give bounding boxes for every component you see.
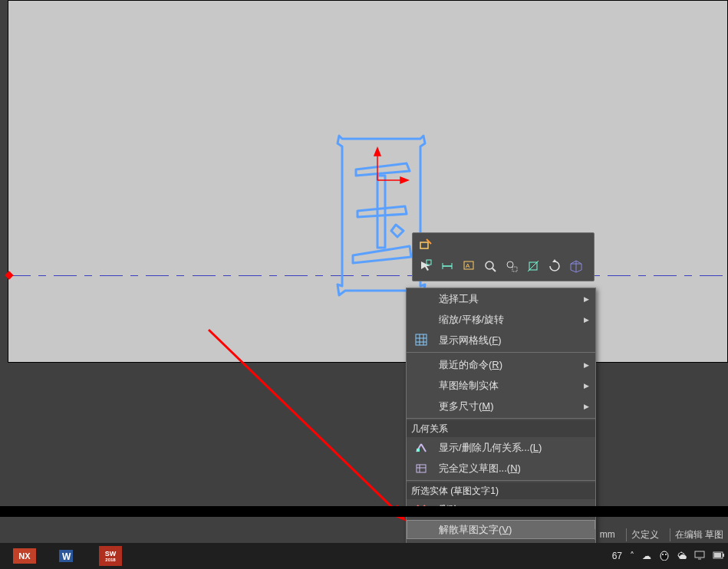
svg-point-35 (662, 554, 664, 555)
note-icon[interactable]: A (460, 258, 477, 275)
svg-rect-27 (417, 465, 426, 472)
select-other-icon[interactable] (417, 258, 434, 275)
svg-rect-16 (512, 267, 517, 271)
svg-rect-41 (714, 553, 721, 557)
isometric-icon[interactable] (568, 258, 585, 275)
menu-separator (407, 418, 595, 419)
menu-label: 显示/删除几何关系... (439, 441, 529, 455)
tray-value: 67 (612, 551, 622, 561)
menu-label: 完全定义草图... (439, 462, 507, 475)
system-tray: 67 ˄ ☁ 🌥 (612, 543, 725, 569)
exit-sketch-icon[interactable] (417, 236, 434, 253)
grid-icon (413, 331, 430, 348)
windows-taskbar: NX W SW2018 67 ˄ ☁ 🌥 (0, 543, 728, 569)
svg-rect-19 (416, 334, 427, 345)
svg-rect-37 (695, 551, 704, 557)
tray-chevron-up-icon[interactable]: ˄ (630, 551, 634, 561)
svg-rect-40 (723, 554, 724, 557)
origin-marker (5, 271, 13, 279)
dimension-icon[interactable] (439, 258, 456, 275)
menu-dissolve-sketch-text[interactable]: 解散草图文字 (V) (407, 520, 595, 539)
menu-hotkey: (R) (489, 359, 502, 370)
taskbar-word[interactable]: W (48, 544, 87, 567)
relations-icon (413, 439, 430, 456)
tray-qq-icon[interactable] (659, 550, 670, 563)
svg-line-14 (492, 268, 496, 271)
menu-hotkey: (N) (507, 462, 521, 474)
status-mode: 在编辑 草图 (670, 528, 728, 541)
menu-label: 最近的命令 (439, 358, 489, 372)
menu-hotkey: (F) (489, 334, 502, 346)
svg-rect-7 (427, 260, 431, 265)
tray-weather-icon[interactable]: 🌥 (677, 551, 687, 561)
menu-label: 显示网格线 (439, 334, 489, 347)
menu-separator (407, 480, 595, 481)
menu-header-relations: 几何关系 (407, 420, 595, 437)
menu-show-delete-relations[interactable]: 显示/删除几何关系... (L) (407, 437, 595, 458)
svg-text:W: W (62, 551, 71, 562)
status-unit: mm (595, 529, 620, 540)
context-mini-toolbar: A (412, 232, 595, 281)
tray-battery-icon[interactable] (713, 551, 725, 561)
menu-label: 更多尺寸 (439, 400, 479, 413)
zoom-area-icon[interactable] (503, 258, 520, 275)
menu-label: 选择工具 (439, 292, 479, 306)
menu-label: 缩放/平移/旋转 (439, 313, 504, 327)
menu-label: 草图绘制实体 (439, 379, 499, 393)
context-menu: 选择工具 缩放/平移/旋转 显示网格线 (F) 最近的命令(R) 草图绘制实体 … (406, 288, 596, 561)
taskbar-nx[interactable]: NX (5, 544, 44, 567)
taskbar-solidworks[interactable]: SW2018 (91, 544, 130, 567)
svg-rect-26 (417, 449, 420, 452)
normal-to-icon[interactable] (525, 258, 542, 275)
svg-rect-6 (420, 242, 428, 248)
svg-point-15 (507, 261, 513, 268)
menu-more-dimensions[interactable]: 更多尺寸(M) (407, 396, 595, 416)
svg-point-34 (660, 551, 668, 561)
menu-fully-define-sketch[interactable]: 完全定义草图... (N) (407, 458, 595, 479)
svg-line-25 (421, 444, 426, 452)
menu-header-selected-entity: 所选实体 (草图文字1) (407, 482, 595, 499)
svg-point-13 (486, 261, 493, 269)
sketch-viewport[interactable] (8, 0, 728, 363)
menu-sketch-entities[interactable]: 草图绘制实体 (407, 375, 595, 396)
zoom-fit-icon[interactable] (482, 258, 499, 275)
define-icon (413, 459, 430, 476)
menu-show-grid[interactable]: 显示网格线 (F) (407, 330, 595, 350)
menu-zoom-pan-rotate[interactable]: 缩放/平移/旋转 (407, 309, 595, 330)
rotate-view-icon[interactable] (546, 258, 563, 275)
tray-monitor-icon[interactable] (694, 551, 705, 562)
menu-recent-commands[interactable]: 最近的命令(R) (407, 354, 595, 375)
menu-label: 解散草图文字 (439, 523, 499, 537)
svg-point-36 (665, 554, 667, 555)
menu-hotkey: (L) (529, 442, 542, 453)
menu-hotkey: (M) (479, 400, 494, 412)
svg-text:A: A (466, 262, 470, 269)
divider-strip (0, 506, 728, 517)
svg-marker-18 (552, 259, 557, 262)
svg-marker-1 (374, 148, 380, 156)
tray-cloud-icon[interactable]: ☁ (642, 551, 651, 561)
status-bar: mm 欠定义 在编辑 草图 (595, 526, 728, 543)
svg-marker-3 (400, 177, 408, 183)
status-state: 欠定义 (626, 528, 664, 541)
menu-hotkey: (V) (499, 524, 512, 535)
menu-separator (407, 352, 595, 353)
menu-select-tools[interactable]: 选择工具 (407, 288, 595, 309)
